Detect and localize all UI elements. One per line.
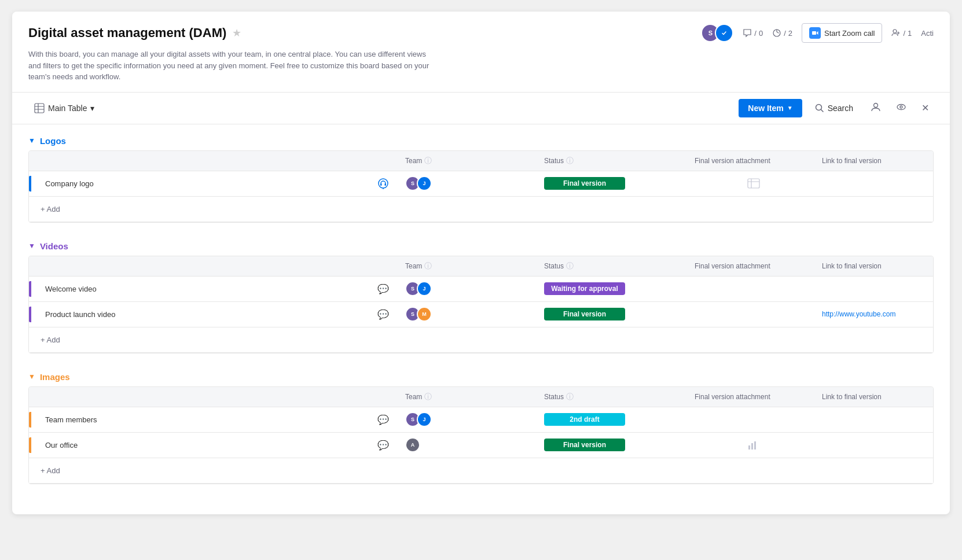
- activity-stat[interactable]: / 2: [772, 28, 792, 38]
- zoom-btn-label: Start Zoom call: [824, 29, 875, 38]
- row-name-company-logo: Company logo: [29, 176, 366, 191]
- add-row-cell-images[interactable]: + Add: [29, 462, 366, 480]
- row-status-welcome[interactable]: Waiting for approval: [539, 279, 655, 299]
- row-comment-our-office[interactable]: 💬: [366, 436, 401, 454]
- row-status-product[interactable]: Final version: [539, 304, 655, 324]
- add-row-videos[interactable]: + Add: [29, 327, 933, 353]
- th-comment-images: [366, 392, 401, 402]
- th-name-logos: [36, 156, 366, 166]
- images-chevron[interactable]: ▼: [28, 373, 35, 381]
- comments-stat[interactable]: / 0: [743, 28, 763, 38]
- videos-title[interactable]: Videos: [40, 241, 68, 251]
- members-stat[interactable]: / 1: [891, 28, 912, 38]
- favorite-icon[interactable]: ★: [232, 27, 241, 39]
- th-team-logos: Team ⓘ: [401, 156, 505, 166]
- th-attachment-videos: Final version attachment: [690, 261, 817, 271]
- headset-icon: [377, 178, 389, 189]
- row-status-team-members[interactable]: 2nd draft: [539, 410, 655, 429]
- row-empty1: [505, 441, 539, 448]
- header-title-row: Digital asset management (DAM) ★: [28, 25, 241, 40]
- th-name-images: [36, 392, 366, 402]
- row-empty2: [655, 416, 690, 423]
- add-row-cell-videos[interactable]: + Add: [29, 331, 366, 349]
- row-name-team-members: Team members: [29, 412, 366, 428]
- status-badge: Final version: [544, 177, 625, 190]
- toolbar-left: Main Table ▾: [28, 100, 100, 117]
- comment-icon[interactable]: 💬: [377, 440, 389, 451]
- th-empty1-images: [505, 392, 539, 402]
- add-row-images[interactable]: + Add: [29, 458, 933, 484]
- svg-rect-14: [380, 183, 382, 186]
- row-team-welcome: S J: [401, 278, 505, 300]
- videos-chevron[interactable]: ▼: [28, 242, 35, 250]
- th-empty2-logos: [655, 156, 690, 166]
- row-comment-team-members[interactable]: 💬: [366, 411, 401, 429]
- search-button[interactable]: Search: [808, 100, 860, 116]
- row-team-team-members: S J: [401, 408, 505, 430]
- status-info-icon-logos[interactable]: ⓘ: [566, 156, 574, 166]
- logos-chevron[interactable]: ▼: [28, 137, 35, 145]
- status-badge: Final version: [544, 308, 625, 320]
- content: ▼ Logos Team ⓘ Status ⓘ: [12, 124, 950, 514]
- row-attachment-company-logo[interactable]: [690, 174, 817, 193]
- row-empty1: [505, 285, 539, 292]
- activity-link[interactable]: Acti: [921, 29, 934, 38]
- add-row-cell-logos[interactable]: + Add: [29, 200, 366, 218]
- team-info-icon-videos[interactable]: ⓘ: [424, 261, 432, 271]
- svg-point-3: [893, 30, 897, 33]
- status-badge: 2nd draft: [544, 413, 625, 426]
- th-link-videos: Link to final version: [817, 261, 933, 271]
- row-stripe: [29, 281, 31, 297]
- status-info-icon-images[interactable]: ⓘ: [566, 392, 574, 402]
- row-empty2: [655, 180, 690, 187]
- person-icon-btn[interactable]: [866, 98, 886, 118]
- row-status-company-logo[interactable]: Final version: [539, 174, 655, 193]
- row-comment-welcome[interactable]: 💬: [366, 280, 401, 298]
- row-empty1: [505, 311, 539, 318]
- zoom-button[interactable]: Start Zoom call: [802, 23, 882, 43]
- th-empty1-logos: [505, 156, 539, 166]
- row-comment-product[interactable]: 💬: [366, 305, 401, 323]
- group-videos: ▼ Videos Team ⓘ Status ⓘ: [28, 241, 934, 353]
- status-info-icon-videos[interactable]: ⓘ: [566, 261, 574, 271]
- videos-table-header: Team ⓘ Status ⓘ Final version attachment…: [29, 256, 933, 277]
- logos-title[interactable]: Logos: [40, 136, 66, 146]
- youtube-link[interactable]: http://www.youtube.com: [822, 310, 895, 318]
- new-item-arrow: ▼: [787, 105, 793, 111]
- row-name-our-office: Our office: [29, 437, 366, 453]
- toolbar-right: New Item ▼ Search: [739, 98, 934, 118]
- comment-icon[interactable]: 💬: [377, 309, 389, 320]
- logos-table-header: Team ⓘ Status ⓘ Final version attachment…: [29, 151, 933, 171]
- table-row: Product launch video 💬 S M Final version: [29, 302, 933, 327]
- team-info-icon[interactable]: ⓘ: [424, 156, 432, 166]
- svg-rect-20: [748, 445, 750, 450]
- th-attachment-logos: Final version attachment: [690, 156, 817, 166]
- status-badge: Waiting for approval: [544, 282, 625, 295]
- main-table-button[interactable]: Main Table ▾: [28, 100, 100, 117]
- row-link-product[interactable]: http://www.youtube.com: [817, 307, 933, 322]
- comment-icon[interactable]: 💬: [377, 414, 389, 425]
- team-info-icon-images[interactable]: ⓘ: [424, 392, 432, 402]
- images-title[interactable]: Images: [40, 372, 70, 382]
- row-comment-company-logo[interactable]: [366, 174, 401, 193]
- row-attachment-our-office[interactable]: [690, 436, 817, 454]
- th-team-images: Team ⓘ: [401, 392, 505, 402]
- svg-rect-2: [812, 31, 816, 35]
- avatar-m: M: [417, 307, 432, 322]
- avatar-group: S: [701, 24, 733, 42]
- new-item-label: New Item: [748, 104, 783, 113]
- row-status-our-office[interactable]: Final version: [539, 435, 655, 455]
- comments-count: /: [754, 29, 757, 38]
- svg-point-0: [719, 28, 729, 38]
- row-team-our-office: A: [401, 434, 505, 456]
- logos-table: Team ⓘ Status ⓘ Final version attachment…: [28, 150, 934, 223]
- add-row-logos[interactable]: + Add: [29, 197, 933, 222]
- app-container: Digital asset management (DAM) ★ S: [12, 12, 950, 514]
- new-item-button[interactable]: New Item ▼: [739, 99, 802, 117]
- table-icon: [34, 103, 45, 113]
- close-icon-btn[interactable]: ✕: [917, 99, 934, 117]
- comment-icon[interactable]: 💬: [377, 283, 389, 294]
- svg-rect-15: [385, 183, 387, 186]
- header: Digital asset management (DAM) ★ S: [12, 12, 950, 93]
- eye-icon-btn[interactable]: [891, 98, 911, 118]
